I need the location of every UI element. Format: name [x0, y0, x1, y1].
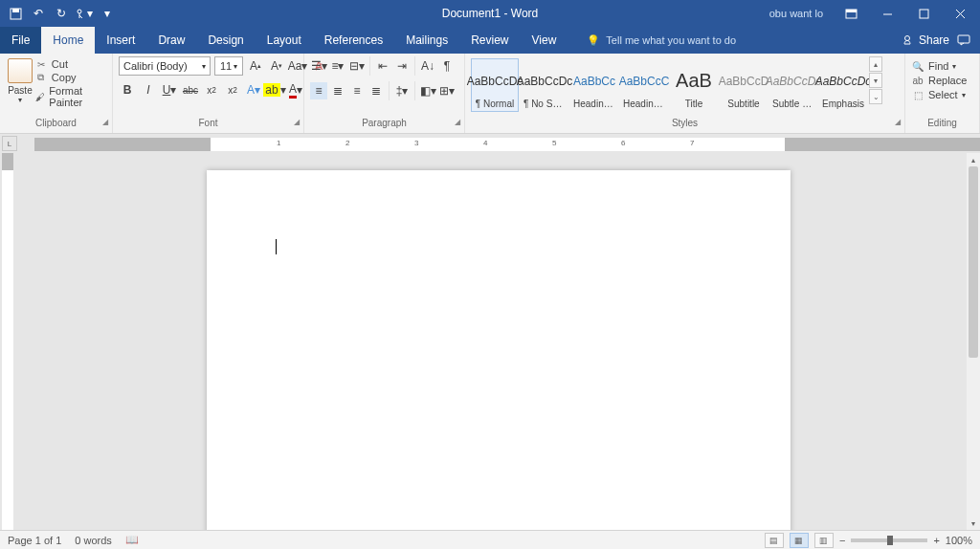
page[interactable] [207, 170, 791, 530]
copy-button[interactable]: ⧉Copy [34, 72, 106, 83]
scroll-down-icon[interactable]: ▾ [967, 516, 980, 530]
find-icon: 🔍 [911, 60, 924, 72]
tab-mailings[interactable]: Mailings [394, 27, 459, 54]
ribbon: Paste ▾ ✂Cut ⧉Copy 🖌Format Painter Clipb… [0, 54, 980, 134]
close-icon[interactable] [946, 0, 974, 27]
font-launcher-icon[interactable]: ◢ [294, 118, 300, 126]
spellcheck-icon[interactable]: 📖 [125, 534, 139, 546]
numbering-button[interactable]: ≡▾ [329, 57, 346, 75]
font-color-button[interactable]: A▾ [287, 81, 304, 99]
web-layout-button[interactable]: ▥ [814, 533, 834, 548]
tab-file[interactable]: File [0, 27, 41, 54]
decrease-indent-button[interactable]: ⇤ [374, 57, 391, 75]
italic-button[interactable]: I [140, 81, 157, 99]
tab-view[interactable]: View [521, 27, 568, 54]
style--no-spac-[interactable]: AaBbCcDc¶ No Spac... [521, 58, 568, 112]
bullets-button[interactable]: ☰▾ [310, 57, 327, 75]
style--normal[interactable]: AaBbCcDc¶ Normal [471, 58, 519, 112]
redo-icon[interactable]: ↻ [52, 4, 71, 23]
tab-layout[interactable]: Layout [256, 27, 313, 54]
tab-design[interactable]: Design [196, 27, 255, 54]
shading-button[interactable]: ◧▾ [419, 82, 436, 99]
page-number-status[interactable]: Page 1 of 1 [8, 535, 61, 546]
ribbon-display-options-icon[interactable] [836, 0, 865, 27]
account-name[interactable]: obu want lo [769, 8, 829, 19]
grow-font-button[interactable]: A▴ [247, 57, 264, 75]
tab-draw[interactable]: Draw [146, 27, 196, 54]
line-spacing-button[interactable]: ‡▾ [393, 82, 411, 99]
ruler-mark: 1 [277, 139, 280, 147]
paste-button[interactable]: Paste ▾ [6, 56, 34, 104]
customize-qat-icon[interactable]: ▾ [98, 4, 117, 23]
strikethrough-button[interactable]: abc [182, 81, 199, 99]
zoom-level[interactable]: 100% [946, 535, 972, 546]
font-group-label: Font [198, 118, 217, 128]
select-button[interactable]: ⬚Select▾ [911, 89, 967, 100]
horizontal-ruler[interactable]: L 1234567 [0, 134, 980, 153]
increase-indent-button[interactable]: ⇥ [393, 57, 411, 75]
paragraph-group-label: Paragraph [362, 118, 407, 128]
gallery-down-icon[interactable]: ▾ [869, 73, 882, 88]
sort-button[interactable]: A↓ [419, 57, 436, 75]
style-subtitle[interactable]: AaBbCcDSubtitle [720, 58, 768, 112]
align-center-button[interactable]: ≣ [329, 82, 346, 99]
style-preview: AaBbCc [573, 63, 615, 99]
underline-button[interactable]: U▾ [161, 81, 178, 99]
tab-review[interactable]: Review [459, 27, 520, 54]
gallery-more-icon[interactable]: ⌄ [869, 89, 882, 104]
tell-me-search[interactable]: 💡 Tell me what you want to do [568, 27, 903, 54]
replace-button[interactable]: abReplace [911, 75, 967, 86]
format-painter-button[interactable]: 🖌Format Painter [34, 85, 106, 108]
clipboard-launcher-icon[interactable]: ◢ [102, 118, 108, 126]
style-title[interactable]: AaBTitle [670, 58, 718, 112]
tab-references[interactable]: References [313, 27, 394, 54]
bold-button[interactable]: B [119, 81, 136, 99]
styles-gallery: AaBbCcDc¶ NormalAaBbCcDc¶ No Spac...AaBb… [471, 56, 867, 112]
scroll-up-icon[interactable]: ▴ [967, 153, 980, 166]
zoom-in-button[interactable]: + [933, 535, 939, 546]
document-canvas[interactable] [15, 153, 967, 530]
highlight-button[interactable]: ab▾ [266, 81, 283, 99]
superscript-button[interactable]: x2 [224, 81, 241, 99]
paragraph-launcher-icon[interactable]: ◢ [455, 118, 460, 126]
align-left-button[interactable]: ≡ [310, 82, 327, 99]
style-emphasis[interactable]: AaBbCcDcEmphasis [819, 58, 867, 112]
share-button[interactable]: Share [903, 33, 949, 47]
style-heading-2[interactable]: AaBbCcCHeading 2 [620, 58, 668, 112]
show-marks-button[interactable]: ¶ [438, 57, 456, 75]
cut-button[interactable]: ✂Cut [34, 58, 106, 70]
read-mode-button[interactable]: ▤ [765, 533, 784, 548]
print-layout-button[interactable]: ▦ [790, 533, 809, 548]
font-name-combo[interactable]: Calibri (Body)▾ [119, 56, 211, 76]
styles-launcher-icon[interactable]: ◢ [895, 118, 901, 126]
vertical-scrollbar[interactable]: ▴ ▾ [967, 153, 980, 530]
minimize-icon[interactable] [873, 0, 902, 27]
subscript-button[interactable]: x2 [203, 81, 220, 99]
scroll-thumb[interactable] [969, 166, 978, 358]
align-right-button[interactable]: ≡ [348, 82, 366, 99]
tab-selector-icon[interactable]: L [2, 136, 17, 151]
shrink-font-button[interactable]: A▾ [268, 57, 285, 75]
text-effects-button[interactable]: A▾ [245, 81, 262, 99]
comments-icon[interactable] [957, 34, 970, 46]
multilevel-list-button[interactable]: ⊟▾ [348, 57, 366, 75]
tab-home[interactable]: Home [41, 27, 95, 54]
font-size-combo[interactable]: 11▾ [214, 56, 243, 76]
group-clipboard: Paste ▾ ✂Cut ⧉Copy 🖌Format Painter Clipb… [0, 54, 113, 133]
text-cursor [276, 239, 277, 254]
touch-mode-icon[interactable]: ▾ [75, 4, 94, 23]
tab-insert[interactable]: Insert [95, 27, 146, 54]
justify-button[interactable]: ≣ [368, 82, 385, 99]
maximize-icon[interactable] [909, 0, 938, 27]
vertical-ruler[interactable] [0, 153, 15, 530]
find-button[interactable]: 🔍Find▾ [911, 60, 967, 72]
gallery-up-icon[interactable]: ▴ [869, 56, 882, 72]
zoom-slider[interactable] [851, 538, 927, 542]
undo-icon[interactable]: ↶ [29, 4, 48, 23]
word-count-status[interactable]: 0 words [75, 535, 112, 546]
style-subtle-em-[interactable]: AaBbCcDcSubtle Em... [769, 58, 817, 112]
zoom-out-button[interactable]: − [839, 535, 845, 546]
save-icon[interactable] [6, 4, 25, 23]
borders-button[interactable]: ⊞▾ [438, 82, 456, 99]
style-heading-1[interactable]: AaBbCcHeading 1 [570, 58, 618, 112]
